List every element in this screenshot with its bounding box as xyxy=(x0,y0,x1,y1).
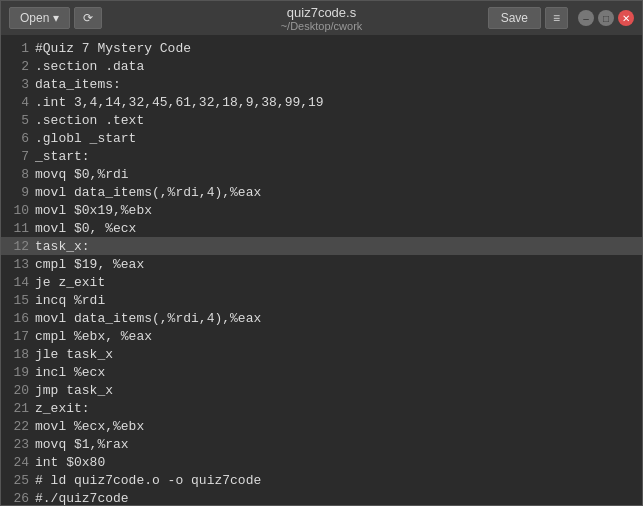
toolbar-history-icon[interactable]: ⟳ xyxy=(74,7,102,29)
line-content: .globl _start xyxy=(35,131,136,146)
line-content: movq $1,%rax xyxy=(35,437,129,452)
table-row: 17cmpl %ebx, %eax xyxy=(1,327,642,345)
line-content: cmpl %ebx, %eax xyxy=(35,329,152,344)
line-content: movl $0, %ecx xyxy=(35,221,136,236)
table-row: 8movq $0,%rdi xyxy=(1,165,642,183)
window-controls: – □ ✕ xyxy=(578,10,634,26)
maximize-button[interactable]: □ xyxy=(598,10,614,26)
titlebar-center: quiz7code.s ~/Desktop/cwork xyxy=(281,5,363,32)
line-number: 8 xyxy=(9,167,29,182)
table-row: 1#Quiz 7 Mystery Code xyxy=(1,39,642,57)
line-content: incq %rdi xyxy=(35,293,105,308)
line-content: .section .data xyxy=(35,59,144,74)
table-row: 3data_items: xyxy=(1,75,642,93)
line-content: movl data_items(,%rdi,4),%eax xyxy=(35,311,261,326)
line-number: 26 xyxy=(9,491,29,506)
table-row: 11movl $0, %ecx xyxy=(1,219,642,237)
table-row: 10movl $0x19,%ebx xyxy=(1,201,642,219)
line-number: 21 xyxy=(9,401,29,416)
line-number: 23 xyxy=(9,437,29,452)
line-number: 18 xyxy=(9,347,29,362)
line-number: 1 xyxy=(9,41,29,56)
line-content: je z_exit xyxy=(35,275,105,290)
table-row: 5.section .text xyxy=(1,111,642,129)
table-row: 12task_x: xyxy=(1,237,642,255)
line-content: # ld quiz7code.o -o quiz7code xyxy=(35,473,261,488)
line-content: cmpl $19, %eax xyxy=(35,257,144,272)
table-row: 18jle task_x xyxy=(1,345,642,363)
dropdown-arrow-icon: ▾ xyxy=(53,11,59,25)
line-number: 6 xyxy=(9,131,29,146)
table-row: 16movl data_items(,%rdi,4),%eax xyxy=(1,309,642,327)
table-row: 19incl %ecx xyxy=(1,363,642,381)
table-row: 9movl data_items(,%rdi,4),%eax xyxy=(1,183,642,201)
window-filename: quiz7code.s xyxy=(287,5,356,20)
line-number: 17 xyxy=(9,329,29,344)
open-button[interactable]: Open ▾ xyxy=(9,7,70,29)
line-number: 11 xyxy=(9,221,29,236)
table-row: 14je z_exit xyxy=(1,273,642,291)
line-number: 10 xyxy=(9,203,29,218)
table-row: 25# ld quiz7code.o -o quiz7code xyxy=(1,471,642,489)
line-content: data_items: xyxy=(35,77,121,92)
table-row: 22movl %ecx,%ebx xyxy=(1,417,642,435)
line-content: movl data_items(,%rdi,4),%eax xyxy=(35,185,261,200)
line-content: #Quiz 7 Mystery Code xyxy=(35,41,191,56)
line-number: 3 xyxy=(9,77,29,92)
table-row: 20jmp task_x xyxy=(1,381,642,399)
line-number: 4 xyxy=(9,95,29,110)
line-number: 13 xyxy=(9,257,29,272)
table-row: 24int $0x80 xyxy=(1,453,642,471)
table-row: 7_start: xyxy=(1,147,642,165)
line-number: 5 xyxy=(9,113,29,128)
line-content: jmp task_x xyxy=(35,383,113,398)
table-row: 21z_exit: xyxy=(1,399,642,417)
titlebar: Open ▾ ⟳ quiz7code.s ~/Desktop/cwork Sav… xyxy=(1,1,642,35)
menu-button[interactable]: ≡ xyxy=(545,7,568,29)
table-row: 26#./quiz7code xyxy=(1,489,642,505)
line-content: z_exit: xyxy=(35,401,90,416)
close-button[interactable]: ✕ xyxy=(618,10,634,26)
line-content: task_x: xyxy=(35,239,90,254)
save-button[interactable]: Save xyxy=(488,7,541,29)
table-row: 13cmpl $19, %eax xyxy=(1,255,642,273)
table-row: 4.int 3,4,14,32,45,61,32,18,9,38,99,19 xyxy=(1,93,642,111)
line-content: jle task_x xyxy=(35,347,113,362)
titlebar-left: Open ▾ ⟳ xyxy=(9,7,102,29)
line-number: 7 xyxy=(9,149,29,164)
line-content: incl %ecx xyxy=(35,365,105,380)
table-row: 23movq $1,%rax xyxy=(1,435,642,453)
line-content: movl %ecx,%ebx xyxy=(35,419,144,434)
table-row: 2.section .data xyxy=(1,57,642,75)
line-content: .int 3,4,14,32,45,61,32,18,9,38,99,19 xyxy=(35,95,324,110)
minimize-button[interactable]: – xyxy=(578,10,594,26)
line-number: 24 xyxy=(9,455,29,470)
line-number: 19 xyxy=(9,365,29,380)
line-content: .section .text xyxy=(35,113,144,128)
line-content: _start: xyxy=(35,149,90,164)
line-number: 20 xyxy=(9,383,29,398)
line-content: movq $0,%rdi xyxy=(35,167,129,182)
line-number: 2 xyxy=(9,59,29,74)
line-content: movl $0x19,%ebx xyxy=(35,203,152,218)
titlebar-right: Save ≡ – □ ✕ xyxy=(488,7,634,29)
main-window: Open ▾ ⟳ quiz7code.s ~/Desktop/cwork Sav… xyxy=(0,0,643,506)
line-number: 9 xyxy=(9,185,29,200)
line-number: 14 xyxy=(9,275,29,290)
line-number: 15 xyxy=(9,293,29,308)
line-content: #./quiz7code xyxy=(35,491,129,506)
line-number: 22 xyxy=(9,419,29,434)
line-number: 16 xyxy=(9,311,29,326)
window-path: ~/Desktop/cwork xyxy=(281,20,363,32)
line-number: 25 xyxy=(9,473,29,488)
table-row: 6.globl _start xyxy=(1,129,642,147)
line-content: int $0x80 xyxy=(35,455,105,470)
table-row: 15incq %rdi xyxy=(1,291,642,309)
editor-area[interactable]: 1#Quiz 7 Mystery Code2.section .data3dat… xyxy=(1,35,642,505)
line-number: 12 xyxy=(9,239,29,254)
